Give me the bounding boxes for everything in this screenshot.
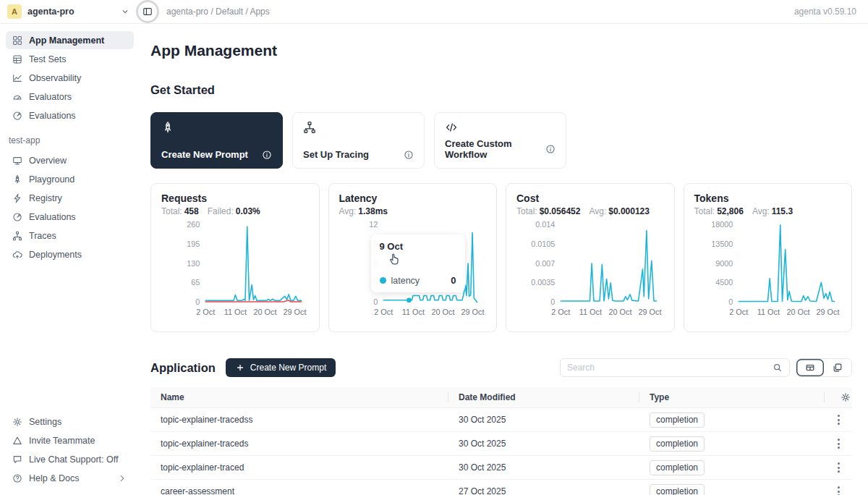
svg-text:2 Oct: 2 Oct bbox=[196, 308, 215, 316]
card-create-custom-workflow[interactable]: Create Custom Workflow bbox=[434, 112, 566, 169]
card-view-button[interactable] bbox=[824, 359, 851, 376]
type-badge: completion bbox=[650, 436, 705, 452]
table-view-icon bbox=[805, 363, 815, 373]
table-settings-button[interactable] bbox=[835, 389, 856, 405]
svg-text:29 Oct: 29 Oct bbox=[816, 308, 839, 316]
sidebar-item-invite-teammate[interactable]: Invite Teammate bbox=[6, 431, 134, 449]
sidebar-item-observability[interactable]: Observability bbox=[6, 69, 134, 87]
sidebar-item-label: Evaluations bbox=[29, 111, 76, 121]
cost-chart[interactable]: 00.00350.0070.01050.0142 Oct11 Oct20 Oct… bbox=[516, 218, 664, 325]
table-row-topic-explainer-traceds[interactable]: topic-explainer-traceds30 Oct 2025comple… bbox=[150, 432, 852, 456]
sidebar-spacer bbox=[6, 264, 134, 412]
cell-type: completion bbox=[639, 460, 825, 475]
breadcrumb: agenta-pro / Default / Apps bbox=[166, 7, 270, 17]
table-row-career-assessment[interactable]: career-assessment27 Oct 2025completion bbox=[150, 480, 852, 495]
svg-text:65: 65 bbox=[191, 278, 200, 287]
metric-card-cost: CostTotal:$0.056452Avg:$0.00012300.00350… bbox=[506, 183, 675, 332]
invite-icon bbox=[12, 436, 22, 446]
sidebar-group-label: test-app bbox=[9, 135, 134, 145]
sidebar-item-evaluations[interactable]: Evaluations bbox=[6, 208, 134, 226]
row-menu-button[interactable] bbox=[832, 460, 846, 475]
sidebar-item-app-management[interactable]: App Management bbox=[6, 31, 134, 49]
bolt-icon bbox=[12, 193, 22, 203]
sidebar-item-traces[interactable]: Traces bbox=[6, 227, 134, 245]
card-icon-area bbox=[161, 121, 272, 134]
workspace-avatar: A bbox=[7, 4, 22, 19]
tokens-chart[interactable]: 04500900013500180002 Oct11 Oct20 Oct29 O… bbox=[694, 218, 842, 325]
rocket-icon bbox=[161, 121, 174, 134]
page-title: App Management bbox=[150, 42, 852, 59]
metric-card-requests: RequestsTotal:458Failed:0.03%06513019526… bbox=[150, 183, 320, 332]
svg-text:0: 0 bbox=[195, 297, 200, 306]
sidebar-item-registry[interactable]: Registry bbox=[6, 189, 134, 207]
table-row-topic-explainer-traced[interactable]: topic-explainer-traced30 Oct 2025complet… bbox=[150, 456, 852, 480]
svg-text:11 Oct: 11 Oct bbox=[757, 308, 779, 316]
search-input[interactable] bbox=[567, 363, 768, 373]
sidebar-item-evaluations[interactable]: Evaluations bbox=[6, 106, 134, 124]
sidebar-item-live-chat-support-off[interactable]: Live Chat Support: Off bbox=[6, 450, 134, 468]
chart-stats: Total:458Failed:0.03% bbox=[161, 206, 309, 216]
series-requests-line bbox=[205, 227, 301, 300]
tooltip-date: 9 Oct bbox=[380, 241, 456, 252]
cell-type: completion bbox=[639, 436, 825, 452]
sidebar-item-label: Live Chat Support: Off bbox=[29, 454, 118, 465]
svg-text:2 Oct: 2 Oct bbox=[551, 308, 570, 316]
tooltip-value: 0 bbox=[451, 275, 456, 286]
rocket-icon bbox=[12, 174, 22, 185]
info-icon[interactable] bbox=[262, 150, 272, 160]
sidebar-item-evaluators[interactable]: Evaluators bbox=[6, 88, 134, 106]
info-icon[interactable] bbox=[545, 144, 556, 154]
svg-text:29 Oct: 29 Oct bbox=[284, 308, 307, 316]
meter-icon bbox=[12, 212, 22, 222]
table-icon bbox=[12, 54, 22, 64]
sidebar-item-overview[interactable]: Overview bbox=[6, 151, 134, 169]
requests-chart[interactable]: 0651301952602 Oct11 Oct20 Oct29 Oct bbox=[161, 218, 309, 325]
sidebar-collapse-button[interactable] bbox=[141, 5, 154, 18]
card-icon-area bbox=[445, 121, 556, 134]
cell-name: career-assessment bbox=[150, 486, 448, 495]
row-menu-button[interactable] bbox=[832, 436, 846, 452]
stat-avg: Avg:$0.000123 bbox=[589, 206, 650, 216]
search-box[interactable] bbox=[560, 358, 790, 377]
svg-text:0: 0 bbox=[728, 297, 733, 306]
card-label: Set Up Tracing bbox=[303, 149, 369, 160]
info-icon bbox=[262, 150, 272, 160]
chevronRight-icon bbox=[117, 473, 127, 483]
info-icon[interactable] bbox=[404, 150, 414, 160]
applications-table: NameDate ModifiedType topic-explainer-tr… bbox=[150, 387, 852, 495]
sidebar-item-deployments[interactable]: Deployments bbox=[6, 245, 134, 263]
sidebar-item-test-sets[interactable]: Test Sets bbox=[6, 50, 134, 68]
series-dot bbox=[380, 277, 386, 284]
sidebar-main-nav: App ManagementTest SetsObservabilityEval… bbox=[6, 31, 134, 125]
table-row-topic-explainer-tracedss[interactable]: topic-explainer-tracedss30 Oct 2025compl… bbox=[150, 408, 852, 432]
tooltip-series-name: latency bbox=[391, 276, 420, 286]
row-menu-button[interactable] bbox=[832, 412, 846, 428]
card-set-up-tracing[interactable]: Set Up Tracing bbox=[292, 112, 425, 169]
info-icon bbox=[404, 150, 414, 160]
workspace-selector[interactable]: A agenta-pro bbox=[0, 4, 130, 19]
get-started-title: Get Started bbox=[150, 83, 852, 97]
stat-total: Total:458 bbox=[161, 206, 199, 216]
table-header: NameDate ModifiedType bbox=[150, 387, 852, 408]
chevron-down-icon bbox=[120, 7, 130, 17]
cloud-icon bbox=[12, 250, 22, 260]
card-create-new-prompt[interactable]: Create New Prompt bbox=[150, 112, 283, 169]
sidebar-item-help-docs[interactable]: Help & Docs bbox=[6, 469, 134, 487]
svg-text:260: 260 bbox=[187, 220, 200, 229]
create-new-prompt-label: Create New Prompt bbox=[250, 363, 326, 373]
sidebar-item-label: Registry bbox=[29, 193, 62, 203]
cell-date-modified: 30 Oct 2025 bbox=[448, 462, 639, 473]
row-menu-button[interactable] bbox=[832, 483, 846, 495]
sidebar-item-settings[interactable]: Settings bbox=[6, 412, 134, 431]
create-new-prompt-button[interactable]: Create New Prompt bbox=[226, 358, 336, 377]
column-header-date-modified: Date Modified bbox=[448, 387, 639, 407]
svg-text:11 Oct: 11 Oct bbox=[579, 308, 602, 316]
sidebar-item-label: App Management bbox=[29, 35, 104, 46]
column-header-type: Type bbox=[639, 387, 825, 407]
topbar: A agenta-pro agenta-pro / Default / Apps… bbox=[0, 0, 868, 24]
sidebar-item-playground[interactable]: Playground bbox=[6, 170, 134, 188]
svg-text:0.007: 0.007 bbox=[535, 259, 555, 268]
sidebar-item-label: Help & Docs bbox=[29, 473, 79, 483]
table-view-button[interactable] bbox=[796, 359, 824, 376]
svg-text:2 Oct: 2 Oct bbox=[374, 308, 393, 316]
